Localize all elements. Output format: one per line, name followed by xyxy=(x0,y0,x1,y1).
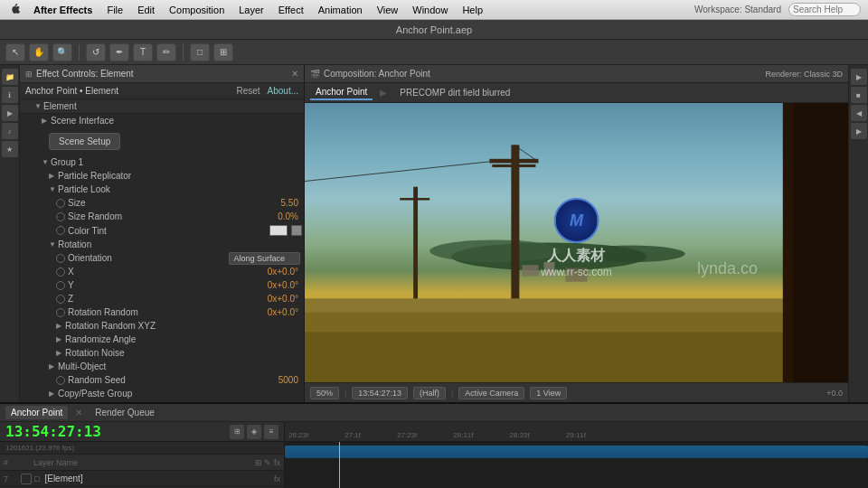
random-seed-value[interactable]: 5000 xyxy=(278,375,298,385)
y-stopwatch[interactable] xyxy=(56,281,65,290)
next-frame-btn[interactable]: ▶ xyxy=(851,123,867,139)
orientation-dropdown[interactable]: Along Surface xyxy=(229,253,300,263)
x-value[interactable]: 0x+0.0° xyxy=(268,267,298,277)
text-tool[interactable]: T xyxy=(133,43,153,61)
element-item[interactable]: ▼ Element xyxy=(20,99,304,114)
comp-tab-separator: ▶ xyxy=(380,88,387,98)
effects-panel-btn[interactable]: ★ xyxy=(2,141,18,157)
quality-select[interactable]: (Half) xyxy=(413,387,446,399)
audio-panel-btn[interactable]: ♪ xyxy=(2,123,18,139)
layer-fx-label: fx xyxy=(274,474,280,483)
window-menu[interactable]: Window xyxy=(406,3,454,17)
hand-tool[interactable]: ✋ xyxy=(29,43,49,61)
orientation-stopwatch[interactable] xyxy=(56,254,65,263)
z-stopwatch[interactable] xyxy=(56,295,65,304)
timeline-tab-anchor[interactable]: Anchor Point xyxy=(5,406,68,419)
tl-icon-1[interactable]: ⊞ xyxy=(230,425,244,439)
group1-item[interactable]: ▼ Group 1 xyxy=(20,155,304,169)
randomize-angle-arrow: ▶ xyxy=(56,335,65,343)
z-rotation-item[interactable]: Z 0x+0.0° xyxy=(20,292,304,305)
app-name-menu[interactable]: After Effects xyxy=(27,3,99,17)
stop-btn[interactable]: ■ xyxy=(851,87,867,103)
view-menu[interactable]: View xyxy=(371,3,405,17)
timecode-display[interactable]: 13:54:27:13 xyxy=(352,387,408,399)
prev-frame-btn[interactable]: ◀ xyxy=(851,105,867,121)
animation-menu[interactable]: Animation xyxy=(312,3,369,17)
scene-interface-item[interactable]: ▶ Scene Interface xyxy=(20,114,304,127)
rotation-random-stopwatch[interactable] xyxy=(56,308,65,317)
color-tint-stopwatch[interactable] xyxy=(56,226,65,235)
color-tint-item[interactable]: Color Tint xyxy=(20,223,304,238)
timeline-tab-render[interactable]: Render Queue xyxy=(90,406,160,419)
edit-menu[interactable]: Edit xyxy=(131,3,161,17)
search-input[interactable] xyxy=(788,3,861,16)
timeline-left: 13:54:27:13 ⊞ ◈ ≡ 1201621 (23.976 fps) #… xyxy=(0,422,285,488)
table-row[interactable]: 7 □ [Element] fx xyxy=(0,471,284,487)
help-menu[interactable]: Help xyxy=(456,3,489,17)
size-random-item[interactable]: Size Random 0.0% xyxy=(20,210,304,223)
file-menu[interactable]: File xyxy=(100,3,129,17)
comp-tab-precomp[interactable]: PRECOMP dirt field blurred xyxy=(394,86,515,99)
layer-track-bar[interactable] xyxy=(285,446,868,458)
randomize-angle-item[interactable]: ▶ Randomize Angle xyxy=(20,333,304,346)
orientation-item[interactable]: Orientation Along Surface xyxy=(20,251,304,265)
y-value[interactable]: 0x+0.0° xyxy=(268,280,298,290)
tl-icon-3[interactable]: ≡ xyxy=(264,425,278,439)
zoom-select[interactable]: 50% xyxy=(310,387,339,399)
pen-tool[interactable]: ✒ xyxy=(109,43,129,61)
size-stopwatch[interactable] xyxy=(56,199,65,208)
orientation-value[interactable]: Along Surface xyxy=(229,252,300,265)
apple-menu[interactable] xyxy=(7,3,22,17)
rotation-noise-arrow: ▶ xyxy=(56,349,65,357)
size-value[interactable]: 5.50 xyxy=(281,198,298,208)
fx-icon: ⊞ xyxy=(25,70,33,79)
panel-close-btn[interactable]: ✕ xyxy=(291,69,298,79)
copy-paste-item[interactable]: ▶ Copy/Paste Group xyxy=(20,387,304,400)
random-seed-item[interactable]: Random Seed 5000 xyxy=(20,373,304,387)
z-value[interactable]: 0x+0.0° xyxy=(268,294,298,304)
preview-panel-btn[interactable]: ▶ xyxy=(2,105,18,121)
project-panel-btn[interactable]: 📁 xyxy=(2,69,18,85)
reset-btn[interactable]: Reset xyxy=(236,86,259,96)
about-btn[interactable]: About... xyxy=(268,86,298,96)
svg-rect-8 xyxy=(492,164,535,167)
rotation-random-xyz-item[interactable]: ▶ Rotation Random XYZ xyxy=(20,319,304,333)
rotate-tool[interactable]: ↺ xyxy=(86,43,106,61)
color-tint-swatch[interactable] xyxy=(269,225,288,236)
comp-tab-anchor[interactable]: Anchor Point xyxy=(310,85,373,100)
info-panel-btn[interactable]: ℹ xyxy=(2,87,18,103)
timeline-timecode[interactable]: 13:54:27:13 xyxy=(5,423,101,440)
scene-setup-btn[interactable]: Scene Setup xyxy=(49,133,120,150)
size-random-value[interactable]: 0.0% xyxy=(278,211,298,221)
size-item[interactable]: Size 5.50 xyxy=(20,196,304,210)
x-stopwatch[interactable] xyxy=(56,267,65,277)
color-tint-picker[interactable] xyxy=(291,225,302,236)
view-select[interactable]: Active Camera xyxy=(458,387,524,399)
size-random-stopwatch[interactable] xyxy=(56,212,65,221)
group2-item[interactable]: ▶ Group 2 xyxy=(20,400,304,402)
composition-tabs: Anchor Point ▶ PRECOMP dirt field blurre… xyxy=(305,83,848,103)
x-rotation-item[interactable]: X 0x+0.0° xyxy=(20,265,304,278)
rotation-random-item[interactable]: Rotation Random 0x+0.0° xyxy=(20,305,304,319)
rotation-noise-item[interactable]: ▶ Rotation Noise xyxy=(20,346,304,360)
play-btn[interactable]: ▶ xyxy=(851,69,867,85)
brush-tool[interactable]: ✏ xyxy=(156,43,176,61)
layer-visibility-toggle[interactable] xyxy=(21,474,32,484)
rotation-group-item[interactable]: ▼ Rotation xyxy=(20,238,304,251)
select-tool[interactable]: ↖ xyxy=(5,43,25,61)
composition-menu[interactable]: Composition xyxy=(163,3,231,17)
random-seed-stopwatch[interactable] xyxy=(56,376,65,385)
multi-object-item[interactable]: ▶ Multi-Object xyxy=(20,360,304,373)
view-option-select[interactable]: 1 View xyxy=(530,387,567,399)
layer-menu[interactable]: Layer xyxy=(232,3,270,17)
particle-replicator-item[interactable]: ▶ Particle Replicator xyxy=(20,169,304,183)
zoom-tool[interactable]: 🔍 xyxy=(52,43,72,61)
tl-icon-2[interactable]: ◈ xyxy=(247,425,261,439)
particle-look-item[interactable]: ▼ Particle Look xyxy=(20,183,304,196)
effect-menu[interactable]: Effect xyxy=(272,3,310,17)
puppet-tool[interactable]: ⊞ xyxy=(213,43,233,61)
playhead[interactable] xyxy=(339,442,340,488)
rotation-random-value[interactable]: 0x+0.0° xyxy=(268,307,298,317)
y-rotation-item[interactable]: Y 0x+0.0° xyxy=(20,278,304,292)
shape-tool[interactable]: □ xyxy=(190,43,210,61)
